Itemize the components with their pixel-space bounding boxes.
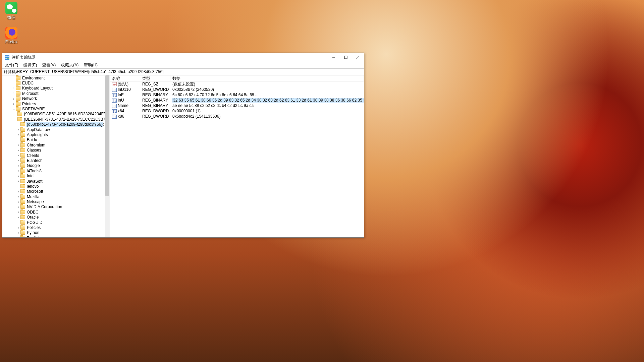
tree-node[interactable]: ›{BEE2684F-3781-4372-BA18-75ECC22C3B70} <box>2 117 105 122</box>
tree-node[interactable]: ›ODBC <box>2 209 105 215</box>
expand-icon[interactable]: › <box>16 179 20 183</box>
tree-scroll-thumb[interactable] <box>105 75 109 196</box>
expand-icon[interactable]: › <box>16 195 20 198</box>
address-input[interactable] <box>2 69 364 75</box>
value-type-cell: REG_BINARY <box>140 93 170 97</box>
registry-tree[interactable]: ›Environment›EUDC›Keyboard Layout›Micros… <box>2 75 105 237</box>
tree-node[interactable]: ›{906D6D9F-AB51-429F-8816-8D33284204FF} <box>2 112 105 117</box>
expand-icon[interactable]: › <box>16 143 20 147</box>
expand-icon[interactable]: › <box>16 205 20 209</box>
tree-node[interactable]: ›Keyboard Layout <box>2 86 105 91</box>
tree-node[interactable]: ›lenovo <box>2 184 105 189</box>
expand-icon[interactable]: › <box>16 169 20 173</box>
tree-node[interactable]: ›Network <box>2 96 105 101</box>
desktop-icon-firefox[interactable]: Firefox <box>0 27 23 44</box>
tree-node[interactable]: ›Microsoft <box>2 189 105 194</box>
folder-icon <box>20 184 25 188</box>
column-data[interactable]: 数据 <box>170 75 364 81</box>
folder-icon <box>20 210 25 214</box>
tree-node[interactable]: ›Baidu <box>2 137 105 142</box>
tree-node[interactable]: ⌄SOFTWARE <box>2 106 105 111</box>
tree-node[interactable]: ›Google <box>2 163 105 168</box>
tree-node[interactable]: ›Policies <box>2 225 105 230</box>
expand-icon[interactable]: › <box>16 216 20 219</box>
expand-icon[interactable]: › <box>16 133 20 136</box>
value-name-cell: x86 <box>110 114 140 119</box>
tree-node[interactable]: ›PCGUID <box>2 220 105 225</box>
minimize-button[interactable] <box>328 53 340 62</box>
expand-icon[interactable]: › <box>12 102 16 106</box>
value-data: 0x5bdbd4c2 (1541133506) <box>172 114 220 119</box>
menu-view[interactable]: 查看(V) <box>42 62 56 68</box>
tree-node[interactable]: ›AppDataLow <box>2 127 105 132</box>
value-data: ae ee ae 5c 88 c2 b2 c2 dc b4 c2 d2 5c 9… <box>172 103 254 108</box>
expand-icon[interactable]: › <box>16 128 20 131</box>
expand-icon[interactable]: › <box>16 148 20 152</box>
tree-node[interactable]: ›Environment <box>2 75 105 80</box>
maximize-button[interactable] <box>340 53 352 62</box>
close-button[interactable] <box>352 53 364 62</box>
expand-icon[interactable]: › <box>16 236 20 237</box>
tree-node[interactable]: ›NVIDIA Corporation <box>2 204 105 209</box>
value-name: x86 <box>118 114 124 119</box>
desktop-icon-wechat[interactable]: 微信 <box>0 2 23 20</box>
expand-icon[interactable]: › <box>16 154 20 157</box>
expand-icon[interactable]: › <box>16 231 20 235</box>
value-row[interactable]: InEREG_BINARY6c 60 c6 62 c4 70 72 6c 5a … <box>110 92 364 98</box>
value-row[interactable]: x64REG_DWORD0x00000001 (1) <box>110 108 364 114</box>
tree-node[interactable]: ›Oracle <box>2 215 105 220</box>
expand-icon[interactable]: › <box>12 92 16 95</box>
tree-node[interactable]: ›Clients <box>2 153 105 158</box>
tree-node[interactable]: ›Python <box>2 230 105 235</box>
value-row[interactable]: x86REG_DWORD0x5bdbd4c2 (1541133506) <box>110 114 364 119</box>
expand-icon[interactable]: › <box>16 159 20 162</box>
folder-icon <box>20 128 25 132</box>
menu-help[interactable]: 帮助(H) <box>83 62 98 68</box>
expand-icon[interactable]: › <box>16 174 20 178</box>
tree-node[interactable]: ›Mozilla <box>2 194 105 199</box>
tree-node[interactable]: ›i4Tools8 <box>2 168 105 173</box>
menu-file[interactable]: 文件(F) <box>4 62 19 68</box>
values-list[interactable]: (默认)REG_SZ(数值未设置)InD110REG_DWORD0x00258b… <box>110 81 364 237</box>
tree-node[interactable]: ›EUDC <box>2 80 105 85</box>
expand-icon[interactable]: › <box>16 210 20 214</box>
value-row[interactable]: (默认)REG_SZ(数值未设置) <box>110 81 364 87</box>
expand-icon[interactable]: › <box>12 97 16 101</box>
expand-icon[interactable]: › <box>16 190 20 193</box>
tree-node[interactable]: ›AppInsights <box>2 132 105 137</box>
value-row[interactable]: NameREG_BINARYae ee ae 5c 88 c2 b2 c2 dc… <box>110 103 364 108</box>
menu-favorites[interactable]: 收藏夹(A) <box>60 62 79 68</box>
tree-node-label: AppDataLow <box>26 127 51 132</box>
value-name: Name <box>118 103 128 108</box>
tree-node[interactable]: ›Microsoft <box>2 91 105 96</box>
tree-node[interactable]: ›Chromium <box>2 142 105 147</box>
tree-node[interactable]: ›Intel <box>2 173 105 178</box>
value-type-cell: REG_DWORD <box>140 87 170 92</box>
tree-node[interactable]: ›Classes <box>2 147 105 153</box>
expand-icon[interactable]: › <box>12 86 16 90</box>
folder-icon <box>16 107 20 111</box>
value-name: InU <box>118 98 124 103</box>
tree-scrollbar[interactable] <box>105 75 110 237</box>
tree-node[interactable]: ›JavaSoft <box>2 179 105 184</box>
desktop-icon-label: 微信 <box>0 15 23 20</box>
tree-node-label: Network <box>21 96 38 101</box>
tree-node-label: NVIDIA Corporation <box>26 204 63 209</box>
expand-icon[interactable]: › <box>16 226 20 230</box>
tree-node[interactable]: ›{d58cb4b1-47f3-45cb-a209-f298d0c3f756} <box>2 122 105 127</box>
expand-icon[interactable]: › <box>16 164 20 168</box>
tree-node[interactable]: ›Realtek <box>2 235 105 237</box>
column-type[interactable]: 类型 <box>140 75 170 81</box>
column-name[interactable]: 名称 <box>110 75 140 81</box>
expand-icon[interactable]: › <box>16 200 20 204</box>
tree-node[interactable]: ›Netscape <box>2 199 105 204</box>
titlebar[interactable]: 注册表编辑器 <box>2 53 364 62</box>
svg-rect-2 <box>7 56 9 57</box>
collapse-icon[interactable]: ⌄ <box>12 107 16 111</box>
folder-icon <box>20 159 25 163</box>
value-row[interactable]: InD110REG_DWORD0x00258b72 (2460530) <box>110 87 364 92</box>
value-row[interactable]: InUREG_BINARY32 63 35 65 61 38 66 36 2d … <box>110 98 364 103</box>
tree-node[interactable]: ›Printers <box>2 101 105 106</box>
tree-node[interactable]: ›Elantech <box>2 158 105 163</box>
menu-edit[interactable]: 编辑(E) <box>23 62 38 68</box>
